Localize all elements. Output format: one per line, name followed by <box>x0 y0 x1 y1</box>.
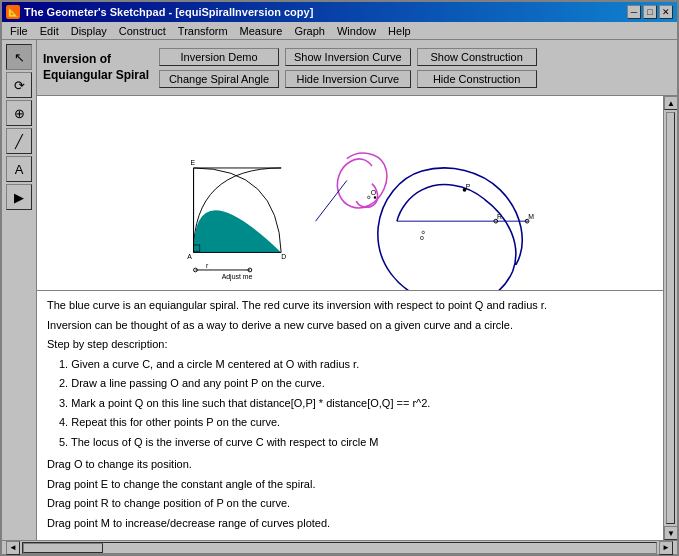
desc-line1: The blue curve is an equiangular spiral.… <box>47 297 653 314</box>
button-bar: Inversion ofEquiangular Spiral Inversion… <box>37 40 677 96</box>
desc-line3: Step by step description: <box>47 336 653 353</box>
desc-drag3: Drag point R to change position of P on … <box>47 495 653 512</box>
show-inversion-curve-button[interactable]: Show Inversion Curve <box>285 48 411 66</box>
svg-point-13 <box>368 196 371 199</box>
svg-text:M: M <box>528 213 534 220</box>
description-area: The blue curve is an equiangular spiral.… <box>37 290 663 540</box>
svg-text:Adjust me: Adjust me <box>222 273 253 281</box>
svg-text:R: R <box>497 213 502 220</box>
maximize-button[interactable]: □ <box>643 5 657 19</box>
svg-text:O: O <box>371 189 377 196</box>
btn-group-left: Inversion Demo Change Spiral Angle <box>159 48 279 88</box>
svg-point-6 <box>374 196 377 199</box>
svg-text:E: E <box>190 159 195 166</box>
menu-help[interactable]: Help <box>382 24 417 38</box>
scroll-down-button[interactable]: ▼ <box>664 526 677 540</box>
change-spiral-angle-button[interactable]: Change Spiral Angle <box>159 70 279 88</box>
desc-line2: Inversion can be thought of as a way to … <box>47 317 653 334</box>
scroll-left-button[interactable]: ◄ <box>6 541 20 555</box>
svg-point-14 <box>422 231 425 234</box>
desc-step4: 4. Repeat this for other points P on the… <box>47 414 653 431</box>
app-icon: 📐 <box>6 5 20 19</box>
menu-file[interactable]: File <box>4 24 34 38</box>
main-panel: Inversion ofEquiangular Spiral Inversion… <box>37 40 677 540</box>
right-scrollbar: ▲ ▼ <box>663 96 677 540</box>
horizontal-scrollbar[interactable] <box>22 542 657 554</box>
desc-drag2: Drag point E to change the constant angl… <box>47 476 653 493</box>
inversion-demo-button[interactable]: Inversion Demo <box>159 48 279 66</box>
svg-text:P: P <box>466 183 471 190</box>
svg-text:A: A <box>187 253 192 260</box>
menu-measure[interactable]: Measure <box>234 24 289 38</box>
desc-step5: 5. The locus of Q is the inverse of curv… <box>47 434 653 451</box>
menu-graph[interactable]: Graph <box>288 24 331 38</box>
desc-drag1: Drag O to change its position. <box>47 456 653 473</box>
rotate-tool[interactable]: ⟳ <box>6 72 32 98</box>
menu-transform[interactable]: Transform <box>172 24 234 38</box>
svg-text:r: r <box>206 262 209 269</box>
hide-construction-button[interactable]: Hide Construction <box>417 70 537 88</box>
show-construction-button[interactable]: Show Construction <box>417 48 537 66</box>
content-area: ↖ ⟳ ⊕ ╱ A ▶ Inversion ofEquiangular Spir… <box>2 40 677 540</box>
scroll-thumb[interactable] <box>666 112 675 524</box>
svg-text:D: D <box>281 253 286 260</box>
select-tool[interactable]: ↖ <box>6 44 32 70</box>
text-tool[interactable]: A <box>6 156 32 182</box>
desc-step1: 1. Given a curve C, and a circle M cente… <box>47 356 653 373</box>
line-tool[interactable]: ╱ <box>6 128 32 154</box>
minimize-button[interactable]: ─ <box>627 5 641 19</box>
title-bar: 📐 The Geometer's Sketchpad - [equiSpiral… <box>2 2 677 22</box>
close-button[interactable]: ✕ <box>659 5 673 19</box>
menu-display[interactable]: Display <box>65 24 113 38</box>
desc-drag4: Drag point M to increase/decrease range … <box>47 515 653 532</box>
point-tool[interactable]: ⊕ <box>6 100 32 126</box>
lower-panel: E A D r Adjust me O <box>37 96 677 540</box>
scroll-up-button[interactable]: ▲ <box>664 96 677 110</box>
title-bar-left: 📐 The Geometer's Sketchpad - [equiSpiral… <box>6 5 313 19</box>
menu-bar: File Edit Display Construct Transform Me… <box>2 22 677 40</box>
btn-group-mid: Show Inversion Curve Hide Inversion Curv… <box>285 48 411 88</box>
h-scroll-thumb[interactable] <box>23 543 103 553</box>
custom-tool[interactable]: ▶ <box>6 184 32 210</box>
scroll-right-button[interactable]: ► <box>659 541 673 555</box>
toolbar: ↖ ⟳ ⊕ ╱ A ▶ <box>2 40 37 540</box>
main-window: 📐 The Geometer's Sketchpad - [equiSpiral… <box>0 0 679 556</box>
btn-group-right: Show Construction Hide Construction <box>417 48 537 88</box>
menu-edit[interactable]: Edit <box>34 24 65 38</box>
hide-inversion-curve-button[interactable]: Hide Inversion Curve <box>285 70 411 88</box>
menu-construct[interactable]: Construct <box>113 24 172 38</box>
desc-step2: 2. Draw a line passing O and any point P… <box>47 375 653 392</box>
canvas-text-panel: E A D r Adjust me O <box>37 96 663 540</box>
canvas-area[interactable]: E A D r Adjust me O <box>37 96 663 290</box>
desc-step3: 3. Mark a point Q on this line such that… <box>47 395 653 412</box>
menu-window[interactable]: Window <box>331 24 382 38</box>
svg-text:o: o <box>420 234 424 241</box>
window-title: The Geometer's Sketchpad - [equiSpiralIn… <box>24 6 313 18</box>
sketch-title: Inversion ofEquiangular Spiral <box>43 52 149 83</box>
bottom-bar: ◄ ► <box>2 540 677 554</box>
window-controls: ─ □ ✕ <box>627 5 673 19</box>
